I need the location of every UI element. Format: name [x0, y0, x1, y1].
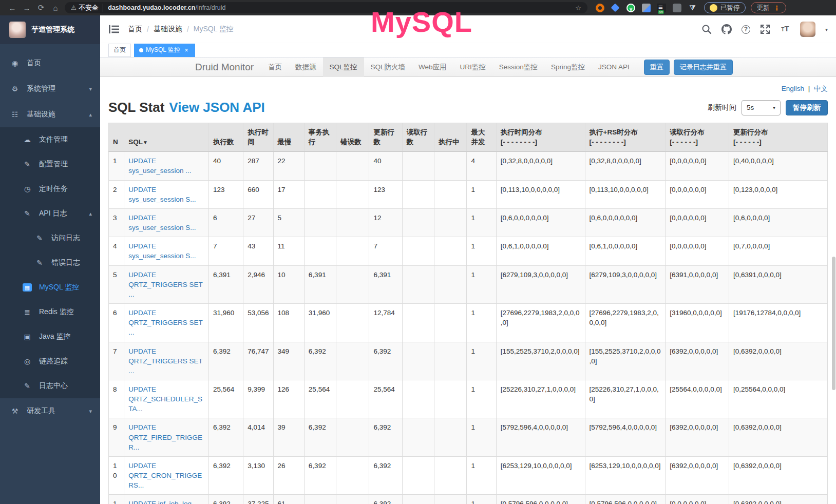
java-monitor-icon: ▣: [23, 332, 32, 341]
refresh-interval-label: 刷新时间: [708, 103, 736, 112]
breadcrumb-home[interactable]: 首页: [128, 25, 142, 34]
page-scrollbar[interactable]: [831, 15, 836, 504]
sidebar-item-system[interactable]: ⚙系统管理▾: [0, 76, 100, 102]
squares-extension-icon[interactable]: [642, 4, 651, 12]
sidebar-item-trace[interactable]: ◎链路追踪: [0, 349, 100, 374]
table-cell: 8: [109, 380, 124, 418]
tag-mysql[interactable]: MySQL 监控×: [134, 44, 195, 57]
table-cell: [0,6391,0,0,0,0]: [729, 265, 827, 303]
table-cell: [0,6,0,0,0,0]: [729, 208, 827, 237]
sidebar-item-file[interactable]: ☁文件管理: [0, 127, 100, 152]
column-header[interactable]: SQL▼: [124, 123, 209, 152]
gray-extension-icon[interactable]: [673, 4, 681, 12]
sidebar-item-error-log[interactable]: ✎错误日志: [0, 250, 100, 275]
druid-tab-spring[interactable]: Spring监控: [544, 57, 592, 77]
druid-tab-jsonapi[interactable]: JSON API: [592, 57, 636, 77]
table-cell: [6392,0,0,0,0,0]: [666, 342, 729, 380]
druid-tab-session[interactable]: Session监控: [492, 57, 544, 77]
sidebar-item-infra[interactable]: ☷基础设施▴: [0, 102, 100, 127]
column-header: 执行时间分布[- - - - - - - -]: [496, 123, 585, 152]
column-header: 最大并发: [467, 123, 496, 152]
pause-refresh-button[interactable]: 暂停刷新: [786, 100, 828, 115]
sidebar-item-java[interactable]: ▣Java 监控: [0, 324, 100, 349]
druid-tab-wall[interactable]: SQL防火墙: [364, 57, 412, 77]
paused-profile-badge[interactable]: 已暂停: [704, 2, 746, 13]
sidebar-item-log-center[interactable]: ✎日志中心: [0, 374, 100, 398]
blue-gem-extension-icon[interactable]: [611, 4, 620, 12]
sql-link[interactable]: UPDATE QRTZ_TRIGGERS SET ...: [128, 309, 202, 336]
home-icon[interactable]: ⌂: [48, 4, 63, 12]
reload-icon[interactable]: ⟳: [34, 3, 48, 12]
sidebar-item-job[interactable]: ◷定时任务: [0, 177, 100, 201]
table-cell: 76,747: [243, 342, 273, 380]
druid-tab-uri[interactable]: URI监控: [453, 57, 492, 77]
sql-link[interactable]: UPDATE QRTZ_SCHEDULER_STA...: [128, 385, 202, 413]
sidebar-item-config[interactable]: ✎配置管理: [0, 152, 100, 177]
sql-link[interactable]: UPDATE QRTZ_CRON_TRIGGERS...: [128, 462, 202, 489]
breadcrumb-mysql: MySQL 监控: [194, 25, 234, 34]
druid-tab-sql[interactable]: SQL监控: [323, 57, 364, 77]
table-cell: [6279,109,3,0,0,0,0,0]: [496, 265, 585, 303]
reset-button[interactable]: 重置: [644, 60, 670, 75]
sidebar-item-api-log[interactable]: ✎API 日志▴: [0, 201, 100, 226]
hamburger-icon[interactable]: [108, 24, 120, 34]
log-and-reset-button[interactable]: 记录日志并重置: [674, 60, 733, 75]
user-avatar[interactable]: [800, 22, 815, 37]
table-cell: 349: [273, 342, 304, 380]
sidebar-item-mysql[interactable]: ▦MySQL 监控: [0, 275, 100, 300]
table-cell: UPDATE QRTZ_TRIGGERS SET ...: [124, 342, 209, 380]
table-cell: [336, 208, 369, 237]
table-cell: 10: [109, 456, 124, 494]
bookmark-star-icon[interactable]: ☆: [575, 4, 581, 12]
sql-link[interactable]: UPDATE sys_user_session S...: [128, 242, 196, 260]
druid-tab-index[interactable]: 首页: [261, 57, 289, 77]
sidebar-item-label: 研发工具: [27, 406, 55, 416]
sql-link[interactable]: UPDATE QRTZ_FIRED_TRIGGER...: [128, 423, 202, 451]
scrollbar-thumb[interactable]: [832, 257, 835, 390]
table-cell: 6: [208, 208, 243, 237]
table-cell: [5792,596,4,0,0,0,0,0]: [585, 418, 666, 456]
sql-link[interactable]: UPDATE sys_user_session ...: [128, 157, 191, 175]
lang-english-link[interactable]: English: [782, 85, 804, 92]
table-cell: [336, 380, 369, 418]
view-json-api-link[interactable]: View JSON API: [169, 100, 264, 115]
sidebar-item-home[interactable]: ◉首页: [0, 50, 100, 76]
list-extension-icon[interactable]: on: [657, 4, 666, 12]
address-bar[interactable]: ⚠ 不安全 dashboard.yudao.iocoder.cn /infra/…: [65, 2, 587, 13]
font-size-icon[interactable]: TT: [780, 24, 790, 34]
green-y-extension-icon[interactable]: y: [626, 4, 635, 12]
druid-tab-datasource[interactable]: 数据源: [289, 57, 323, 77]
github-icon[interactable]: [721, 24, 732, 34]
app-logo-row[interactable]: 芋道管理系统: [0, 15, 100, 44]
orange-donut-extension-icon[interactable]: [596, 4, 604, 12]
druid-brand[interactable]: Druid Monitor: [187, 62, 261, 73]
tag-close-icon[interactable]: ×: [183, 47, 190, 54]
druid-tab-webapp[interactable]: Web应用: [412, 57, 453, 77]
search-icon[interactable]: [701, 24, 712, 34]
tag-home[interactable]: 首页: [108, 44, 131, 57]
sql-link[interactable]: UPDATE sys_user_session S...: [128, 186, 196, 203]
sql-link[interactable]: UPDATE QRTZ_TRIGGERS SET ...: [128, 271, 202, 298]
gear-icon: ⚙: [10, 84, 20, 93]
back-icon[interactable]: ←: [5, 4, 20, 12]
help-icon[interactable]: ?: [742, 25, 750, 34]
column-header: 更新行数: [369, 123, 402, 152]
sql-link[interactable]: UPDATE QRTZ_TRIGGERS SET ...: [128, 347, 202, 375]
browser-update-button[interactable]: 更新 ⋮: [751, 2, 787, 13]
sidebar-item-access-log[interactable]: ✎访问日志: [0, 226, 100, 250]
refresh-interval-select[interactable]: 5s ▾: [742, 100, 781, 115]
sql-link[interactable]: UPDATE inf_job_log SET e...: [128, 500, 192, 504]
sidebar-item-redis[interactable]: ≣Redis 监控: [0, 300, 100, 324]
menu-dots-icon[interactable]: ⋮: [774, 4, 781, 12]
chevron-down-icon[interactable]: ▾: [825, 27, 828, 32]
forward-icon[interactable]: →: [20, 4, 34, 12]
breadcrumb-infra[interactable]: 基础设施: [154, 25, 182, 34]
table-cell: 10: [273, 265, 304, 303]
fullscreen-icon[interactable]: [760, 24, 770, 34]
puzzle-extensions-icon[interactable]: ⧩: [688, 4, 697, 12]
table-cell: 7: [208, 237, 243, 265]
druid-navbar: Druid Monitor 首页数据源SQL监控SQL防火墙Web应用URI监控…: [100, 57, 836, 77]
sidebar-item-dev-tools[interactable]: ⚒研发工具▾: [0, 398, 100, 424]
lang-chinese-link[interactable]: 中文: [814, 85, 828, 92]
sql-link[interactable]: UPDATE sys_user_session S...: [128, 214, 196, 231]
